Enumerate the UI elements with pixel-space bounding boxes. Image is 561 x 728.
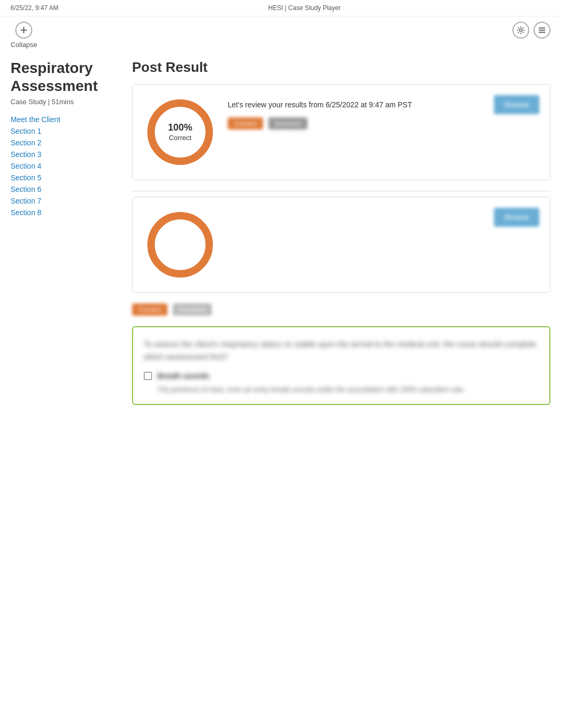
donut-chart-2	[143, 208, 217, 282]
answer-option-1-content: Breath sounds	[157, 372, 209, 380]
sidebar-item-section-1[interactable]: Section 1	[11, 126, 116, 136]
sidebar: Respiratory Assessment Case Study | 51mi…	[11, 59, 127, 416]
collapse-icon	[15, 22, 32, 39]
settings-icon[interactable]	[512, 22, 529, 39]
app-title: HESI | Case Study Player	[268, 4, 341, 12]
sidebar-item-section-4[interactable]: Section 4	[11, 161, 116, 171]
score-card-2: Review	[132, 197, 550, 293]
svg-point-9	[158, 223, 202, 267]
main-layout: Respiratory Assessment Case Study | 51mi…	[0, 49, 561, 426]
sidebar-item-section-2[interactable]: Section 2	[11, 137, 116, 148]
question-text: To assess the client's respiratory statu…	[144, 338, 539, 363]
review-button-2[interactable]: Review	[494, 208, 539, 227]
divider-1	[132, 191, 550, 191]
collapse-label: Collapse	[11, 41, 38, 49]
header-row: Collapse	[0, 16, 561, 49]
answer-checkbox-1[interactable]	[144, 372, 152, 380]
menu-icon[interactable]	[534, 22, 550, 39]
review-button-1[interactable]: Review	[494, 95, 539, 114]
datetime-label: 6/25/22, 9:47 AM	[11, 4, 59, 12]
top-right-icons	[512, 22, 550, 39]
tag-gray-2: Incorrect	[173, 303, 212, 316]
answer-label-1: Breath sounds	[157, 372, 209, 380]
donut-percent-1: 100%	[168, 122, 192, 134]
tag-orange-2: Correct	[132, 303, 167, 316]
sidebar-title: Respiratory Assessment	[11, 59, 116, 95]
collapse-button[interactable]: Collapse	[11, 22, 38, 49]
score-card-1-right: Let's review your results from 6/25/2022…	[228, 95, 539, 130]
score-card-1: 100% Correct Let's review your results f…	[132, 84, 550, 180]
svg-point-2	[520, 29, 522, 32]
donut-chart-1: 100% Correct	[143, 95, 217, 169]
sidebar-item-section-5[interactable]: Section 5	[11, 172, 116, 183]
sidebar-item-section-7[interactable]: Section 7	[11, 196, 116, 206]
content-area: Post Result 100% Correct	[127, 59, 550, 416]
score-card-1-inner: 100% Correct Let's review your results f…	[143, 95, 539, 169]
answer-sublabel-1: The presence of clear, even air entry br…	[157, 385, 539, 393]
donut-text-1: 100% Correct	[168, 122, 192, 143]
review-text-1: Let's review your results from 6/25/2022…	[228, 100, 539, 109]
top-bar: 6/25/22, 9:47 AM HESI | Case Study Playe…	[0, 0, 561, 16]
page-title: Post Result	[132, 59, 550, 76]
donut-label-1: Correct	[168, 134, 192, 143]
sidebar-item-section-3[interactable]: Section 3	[11, 149, 116, 160]
sidebar-nav: Meet the Client Section 1 Section 2 Sect…	[11, 114, 116, 218]
tags-row-2: Correct Incorrect	[132, 303, 550, 316]
sidebar-subtitle: Case Study | 51mins	[11, 98, 116, 106]
question-card: To assess the client's respiratory statu…	[132, 326, 550, 405]
tag-orange-1: Correct	[228, 117, 263, 130]
score-card-2-inner	[143, 208, 539, 282]
tag-gray-1: Incorrect	[268, 117, 308, 130]
tags-row-1: Correct Incorrect	[228, 117, 539, 130]
sidebar-item-section-6[interactable]: Section 6	[11, 184, 116, 195]
sidebar-item-section-8[interactable]: Section 8	[11, 207, 116, 218]
answer-option-1: Breath sounds	[144, 372, 539, 380]
sidebar-item-meet-the-client[interactable]: Meet the Client	[11, 114, 116, 125]
